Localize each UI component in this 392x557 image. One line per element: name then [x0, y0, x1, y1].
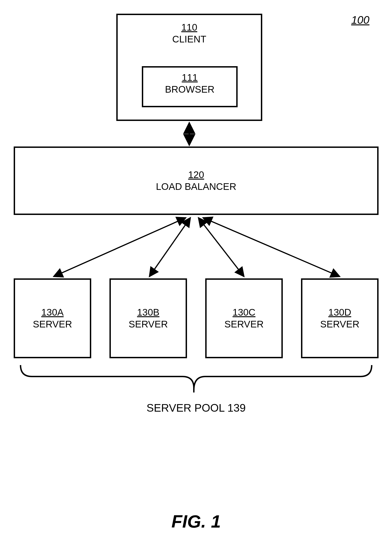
browser-box: 111 BROWSER [142, 66, 238, 107]
client-number: 110 [181, 22, 197, 33]
server-pool-label: SERVER POOL 139 [14, 401, 379, 414]
svg-line-4 [203, 218, 340, 277]
server-a-box: 130A SERVER [14, 278, 91, 358]
server-d-number: 130D [328, 307, 351, 318]
figure-label: FIG. 1 [14, 511, 379, 532]
server-b-box: 130B SERVER [110, 278, 187, 358]
server-a-number: 130A [41, 307, 64, 318]
load-balancer-box: 120 LOAD BALANCER [14, 147, 379, 215]
server-b-number: 130B [137, 307, 160, 318]
lb-number: 120 [188, 169, 204, 180]
server-a-label: SERVER [33, 319, 72, 330]
client-label: CLIENT [172, 34, 206, 45]
diagram-container: 100 110 CLIENT 111 BROWSER 120 LOAD BALA… [14, 14, 379, 543]
reference-number: 100 [351, 14, 369, 26]
server-c-number: 130C [232, 307, 256, 318]
svg-line-1 [54, 218, 186, 277]
server-c-box: 130C SERVER [205, 278, 283, 358]
browser-label: BROWSER [165, 84, 214, 95]
server-c-label: SERVER [224, 319, 264, 330]
lb-label: LOAD BALANCER [156, 181, 236, 192]
server-b-label: SERVER [129, 319, 168, 330]
server-d-box: 130D SERVER [301, 278, 379, 358]
svg-line-2 [149, 218, 190, 277]
svg-line-3 [198, 218, 244, 277]
server-d-label: SERVER [320, 319, 359, 330]
browser-number: 111 [182, 72, 198, 83]
